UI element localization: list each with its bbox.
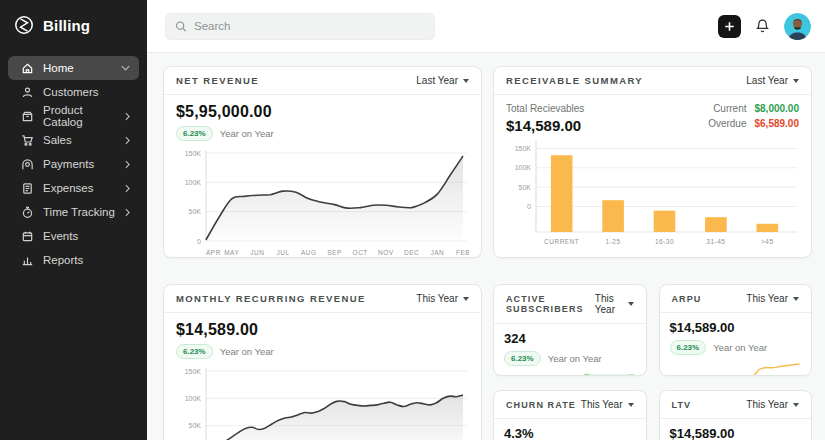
sidebar-item-expenses[interactable]: Expenses: [8, 176, 139, 200]
app-title: Billing: [43, 17, 90, 34]
total-receivables-value: $14,589.00: [506, 117, 584, 134]
mrr-value: $14,589.00: [176, 321, 469, 339]
badge-row: 6.23% Year on Year: [176, 126, 469, 141]
svg-text:JUL: JUL: [277, 249, 290, 256]
badge-row: 6.23% Year on Year: [670, 340, 802, 355]
svg-text:APR: APR: [206, 249, 221, 256]
sidebar-item-home[interactable]: Home: [8, 56, 139, 80]
main-area: NET REVENUE Last Year $5,95,000.00 6.23%…: [147, 0, 825, 440]
chevron-right-icon: [125, 112, 130, 121]
ltv-card: LTV This Year $14,589.00 6.23% Year on Y…: [659, 390, 813, 440]
dashboard-content: NET REVENUE Last Year $5,95,000.00 6.23%…: [147, 53, 825, 440]
sidebar-item-reports[interactable]: Reports: [8, 248, 139, 272]
sidebar-item-label: Payments: [43, 158, 94, 170]
svg-text:100K: 100K: [515, 164, 532, 171]
sidebar-item-label: Reports: [43, 254, 83, 266]
svg-text:150K: 150K: [515, 145, 532, 152]
home-icon: [21, 62, 34, 75]
search-icon: [175, 20, 187, 33]
period-selector[interactable]: Last Year: [416, 75, 469, 86]
yoy-badge: 6.23%: [670, 340, 707, 355]
period-selector[interactable]: This Year: [746, 293, 799, 304]
arpu-sparkline: [670, 361, 802, 376]
yoy-label: Year on Year: [548, 353, 602, 364]
svg-text:JAN: JAN: [430, 249, 444, 256]
net-revenue-card: NET REVENUE Last Year $5,95,000.00 6.23%…: [163, 66, 482, 258]
avatar[interactable]: [784, 13, 811, 40]
svg-text:16-30: 16-30: [655, 238, 674, 245]
total-receivables-label: Total Recievables: [506, 103, 584, 114]
search-input[interactable]: [194, 20, 425, 32]
period-label: This Year: [746, 293, 788, 304]
svg-text:50K: 50K: [519, 184, 532, 191]
svg-text:50K: 50K: [189, 208, 202, 215]
topbar-actions: [718, 13, 811, 40]
payments-icon: [21, 158, 34, 171]
sidebar-item-payments[interactable]: Payments: [8, 152, 139, 176]
card-header: NET REVENUE Last Year: [164, 67, 481, 95]
billing-logo-icon: [13, 14, 35, 36]
svg-text:OCT: OCT: [353, 249, 368, 256]
card-header: CHURN RATE This Year: [494, 391, 646, 419]
period-label: Last Year: [416, 75, 458, 86]
sidebar-item-sales[interactable]: Sales: [8, 128, 139, 152]
period-selector[interactable]: This Year: [595, 293, 634, 315]
yoy-badge: 6.23%: [176, 344, 213, 359]
card-body: $14,589.00 6.23% Year on Year 150K100K50…: [164, 313, 481, 440]
svg-text:1-25: 1-25: [606, 238, 621, 245]
card-body: $5,95,000.00 6.23% Year on Year 150K100K…: [164, 95, 481, 258]
receivable-totals: Total Recievables $14,589.00 Current $8,…: [506, 103, 799, 134]
chevron-down-icon: [628, 403, 634, 407]
yoy-badge: 6.23%: [176, 126, 213, 141]
svg-text:150K: 150K: [185, 368, 202, 375]
period-selector[interactable]: This Year: [746, 399, 799, 410]
card-title: ARPU: [672, 294, 702, 304]
period-selector[interactable]: This Year: [416, 293, 469, 304]
sidebar-item-label: Customers: [43, 86, 99, 98]
arpu-card: ARPU This Year $14,589.00 6.23% Year on …: [659, 284, 813, 376]
avatar-image: [784, 13, 811, 40]
sidebar-item-label: Time Tracking: [43, 206, 115, 218]
chevron-right-icon: [125, 136, 130, 145]
yoy-label: Year on Year: [220, 346, 274, 357]
card-header: MONTHLY RECURRING REVENUE This Year: [164, 285, 481, 313]
overdue-value: $6,589.00: [755, 118, 800, 129]
current-label: Current: [713, 103, 746, 114]
card-body: $14,589.00 6.23% Year on Year: [660, 419, 812, 440]
sidebar-item-label: Sales: [43, 134, 72, 146]
svg-text:CURRENT: CURRENT: [544, 238, 579, 245]
time-tracking-icon: [21, 206, 34, 219]
sidebar-item-time-tracking[interactable]: Time Tracking: [8, 200, 139, 224]
sidebar-nav: Home Customers Product Catalog Sales Pay…: [0, 49, 147, 279]
events-icon: [21, 230, 34, 243]
period-selector[interactable]: This Year: [581, 399, 634, 410]
badge-row: 6.23% Year on Year: [504, 351, 636, 366]
sidebar-item-customers[interactable]: Customers: [8, 80, 139, 104]
period-selector[interactable]: Last Year: [746, 75, 799, 86]
svg-text:0: 0: [527, 203, 531, 210]
period-label: This Year: [416, 293, 458, 304]
svg-text:31-45: 31-45: [706, 238, 725, 245]
card-body: 4.3% 6.23% Year on Year: [494, 419, 646, 440]
chevron-down-icon: [793, 297, 799, 301]
dashboard-row-1: NET REVENUE Last Year $5,95,000.00 6.23%…: [163, 66, 812, 258]
chevron-down-icon: [121, 65, 130, 71]
notifications-button[interactable]: [754, 18, 771, 35]
quick-add-button[interactable]: [718, 15, 741, 38]
svg-text:SEP: SEP: [327, 249, 342, 256]
yoy-label: Year on Year: [713, 342, 767, 353]
chevron-down-icon: [793, 79, 799, 83]
churn-rate-card: CHURN RATE This Year 4.3% 6.23% Year on …: [493, 390, 647, 440]
overdue-label: Overdue: [708, 118, 746, 129]
topbar: [147, 0, 825, 53]
search-box[interactable]: [165, 13, 435, 40]
arpu-value: $14,589.00: [670, 320, 802, 335]
expenses-icon: [21, 182, 34, 195]
sidebar-item-product-catalog[interactable]: Product Catalog: [8, 104, 139, 128]
sidebar-item-events[interactable]: Events: [8, 224, 139, 248]
svg-text:150K: 150K: [185, 150, 202, 157]
card-body: 324 6.23% Year on Year: [494, 324, 646, 376]
chevron-right-icon: [125, 160, 130, 169]
svg-text:MAY: MAY: [224, 249, 239, 256]
sidebar-item-label: Expenses: [43, 182, 94, 194]
